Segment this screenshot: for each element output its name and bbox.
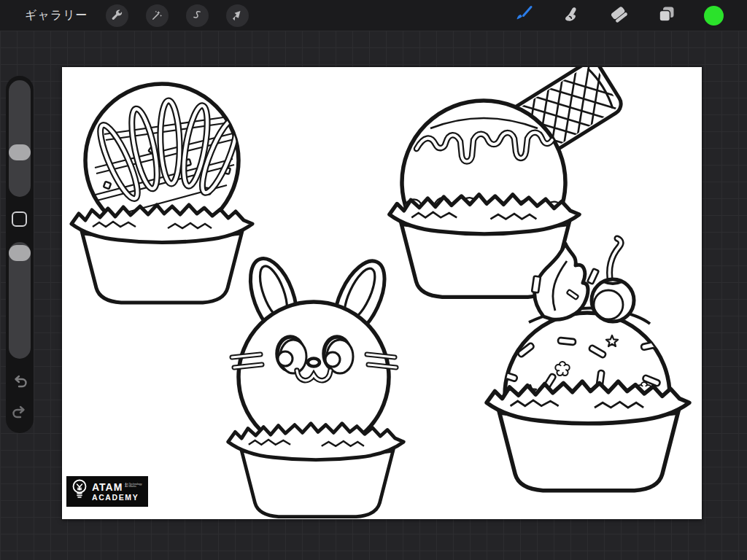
illustration-wafer-cupcake (390, 67, 635, 297)
eraser-icon (609, 4, 629, 27)
wrench-icon (110, 9, 123, 22)
opacity-slider[interactable] (9, 242, 31, 359)
layers-button[interactable] (657, 6, 676, 26)
logo-title: ATAM (92, 482, 123, 492)
brush-sidebar (6, 76, 34, 433)
illustration-drizzle-cupcake (71, 84, 252, 303)
selection-s-icon (190, 9, 204, 22)
right-tool-group (514, 6, 724, 26)
coloring-page-artwork (62, 67, 702, 519)
opacity-handle[interactable] (9, 245, 31, 261)
atam-academy-logo: ATAM Art Technology Art Works ACADEMY (66, 476, 148, 507)
redo-icon (11, 405, 28, 424)
undo-icon (11, 374, 28, 393)
gallery-button[interactable]: ギャラリー (25, 8, 88, 23)
logo-tagline: Art Technology Art Works (125, 483, 142, 489)
magic-wand-icon (150, 9, 163, 22)
illustration-bunny-cupcake (228, 252, 404, 517)
brush-size-slider[interactable] (9, 80, 31, 197)
lightbulb-icon (71, 478, 88, 505)
color-swatch (704, 6, 724, 26)
erase-button[interactable] (609, 6, 629, 26)
color-button[interactable] (704, 6, 724, 26)
brush-size-handle[interactable] (9, 144, 31, 160)
undo-button[interactable] (11, 375, 28, 392)
layers-icon (657, 4, 676, 27)
selection-button[interactable] (186, 4, 209, 27)
logo-subtitle: ACADEMY (92, 494, 142, 502)
transform-arrow-icon (231, 9, 244, 22)
left-tool-group (106, 4, 249, 27)
actions-button[interactable] (106, 4, 128, 27)
redo-button[interactable] (11, 405, 28, 423)
smudge-icon (562, 4, 581, 27)
paint-brush-button[interactable] (514, 6, 534, 26)
paint-brush-icon (514, 4, 534, 27)
adjustments-button[interactable] (146, 4, 169, 27)
top-toolbar: ギャラリー (0, 0, 747, 31)
drawing-canvas[interactable]: ATAM Art Technology Art Works ACADEMY (62, 67, 702, 519)
modify-button[interactable] (12, 211, 27, 227)
transform-button[interactable] (226, 4, 249, 27)
smudge-button[interactable] (562, 6, 581, 26)
